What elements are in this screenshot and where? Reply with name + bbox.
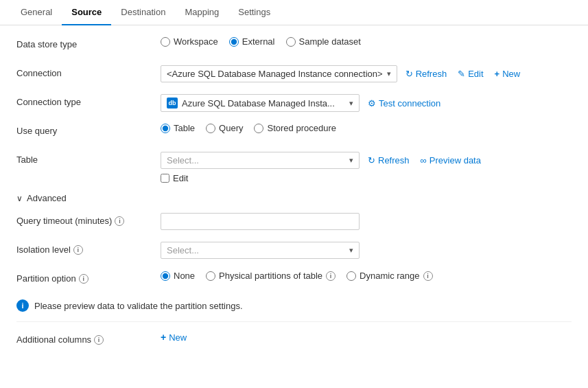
table-refresh-icon	[368, 155, 375, 166]
use-query-row: Use query Table Query Stored procedure	[16, 123, 572, 142]
dynamic-range-radio-input[interactable]	[346, 271, 356, 281]
workspace-radio[interactable]: Workspace	[161, 36, 218, 47]
test-connection-icon	[368, 98, 376, 109]
dynamic-range-info-icon: i	[423, 271, 433, 281]
advanced-chevron-icon: ∨	[16, 194, 23, 203]
none-radio[interactable]: None	[161, 271, 195, 281]
workspace-radio-input[interactable]	[161, 37, 170, 47]
sample-dataset-label: Sample dataset	[299, 36, 361, 47]
tab-source[interactable]: Source	[62, 0, 111, 25]
additional-columns-new-label: New	[169, 332, 187, 343]
additional-columns-control: + New	[161, 332, 572, 343]
external-radio[interactable]: External	[229, 36, 275, 47]
isolation-level-chevron-icon	[349, 246, 353, 255]
tab-general[interactable]: General	[11, 0, 62, 25]
connection-type-control: db Azure SQL Database Managed Insta... T…	[161, 94, 572, 112]
query-timeout-control	[161, 213, 572, 230]
table-refresh-button[interactable]: Refresh	[365, 154, 412, 167]
tab-mapping[interactable]: Mapping	[175, 0, 228, 25]
physical-partitions-info-icon: i	[326, 271, 336, 281]
connection-dropdown[interactable]: <Azure SQL Database Managed Instance con…	[161, 65, 397, 82]
dynamic-range-radio[interactable]: Dynamic range i	[346, 271, 432, 281]
none-radio-input[interactable]	[161, 271, 170, 281]
connection-type-icon: db	[167, 98, 178, 109]
isolation-level-label: Isolation level i	[16, 242, 161, 255]
connection-edit-button[interactable]: Edit	[455, 67, 486, 80]
connection-type-label: Connection type	[16, 94, 161, 107]
sample-dataset-radio-input[interactable]	[286, 37, 296, 47]
query-radio-input[interactable]	[206, 124, 215, 133]
isolation-level-placeholder: Select...	[167, 245, 199, 255]
connection-type-value: Azure SQL Database Managed Insta...	[182, 98, 335, 109]
table-dropdown[interactable]: Select...	[161, 152, 360, 169]
connection-edit-label: Edit	[468, 69, 483, 79]
partition-option-label: Partition option i	[16, 271, 161, 284]
table-row: Table Select... Refresh Preview data Edi	[16, 152, 572, 183]
stored-procedure-radio[interactable]: Stored procedure	[254, 123, 336, 133]
additional-columns-new-button[interactable]: + New	[161, 332, 187, 343]
info-circle-icon: i	[16, 299, 29, 312]
connection-chevron-icon	[387, 69, 391, 78]
external-radio-input[interactable]	[229, 37, 239, 47]
external-label: External	[242, 36, 275, 47]
plus-icon	[495, 69, 500, 79]
isolation-level-row: Isolation level i Select...	[16, 242, 572, 261]
connection-new-label: New	[502, 69, 520, 79]
plus-new-icon: +	[161, 332, 166, 343]
sample-dataset-radio[interactable]: Sample dataset	[286, 36, 361, 47]
use-query-control: Table Query Stored procedure	[161, 123, 572, 133]
connection-type-row: Connection type db Azure SQL Database Ma…	[16, 94, 572, 113]
advanced-toggle[interactable]: ∨ Advanced	[16, 193, 572, 203]
test-connection-button[interactable]: Test connection	[365, 97, 443, 110]
connection-new-button[interactable]: New	[492, 67, 524, 80]
connection-row: Connection <Azure SQL Database Managed I…	[16, 65, 572, 84]
table-refresh-label: Refresh	[378, 155, 410, 166]
data-store-type-row: Data store type Workspace External Sampl…	[16, 36, 572, 56]
connection-type-chevron-icon	[349, 99, 353, 108]
data-store-type-control: Workspace External Sample dataset	[161, 36, 572, 47]
tab-settings[interactable]: Settings	[228, 0, 280, 25]
preview-data-button[interactable]: Preview data	[418, 154, 484, 167]
partition-option-row: Partition option i None Physical partiti…	[16, 271, 572, 290]
query-timeout-row: Query timeout (minutes) i	[16, 213, 572, 232]
connection-refresh-button[interactable]: Refresh	[403, 67, 450, 80]
table-radio[interactable]: Table	[161, 123, 195, 133]
table-placeholder: Select...	[167, 155, 199, 166]
table-label: Table	[174, 123, 195, 133]
preview-icon	[421, 155, 427, 166]
tab-destination[interactable]: Destination	[111, 0, 175, 25]
refresh-icon	[405, 69, 413, 79]
table-edit-checkbox[interactable]: Edit	[161, 173, 188, 183]
partition-option-radio-group: None Physical partitions of table i Dyna…	[161, 271, 433, 281]
partition-option-info-icon: i	[79, 274, 89, 284]
dynamic-range-label: Dynamic range	[360, 271, 419, 281]
edit-icon	[458, 69, 465, 79]
use-query-radio-group: Table Query Stored procedure	[161, 123, 336, 133]
connection-value: <Azure SQL Database Managed Instance con…	[167, 69, 383, 79]
main-content: Data store type Workspace External Sampl…	[0, 25, 588, 372]
workspace-label: Workspace	[174, 36, 218, 47]
connection-type-dropdown[interactable]: db Azure SQL Database Managed Insta...	[161, 94, 360, 112]
info-banner-text: Please preview data to validate the part…	[34, 301, 243, 311]
query-timeout-label: Query timeout (minutes) i	[16, 213, 161, 226]
isolation-level-dropdown[interactable]: Select...	[161, 242, 360, 259]
query-timeout-input[interactable]	[161, 213, 360, 230]
partition-option-control: None Physical partitions of table i Dyna…	[161, 271, 572, 281]
isolation-level-info-icon: i	[73, 245, 83, 255]
physical-partitions-radio[interactable]: Physical partitions of table i	[206, 271, 336, 281]
query-radio[interactable]: Query	[206, 123, 243, 133]
table-edit-checkbox-input[interactable]	[161, 174, 169, 183]
table-label: Table	[16, 152, 161, 165]
additional-columns-row: Additional columns i + New	[16, 332, 572, 351]
use-query-label: Use query	[16, 123, 161, 136]
table-control: Select... Refresh Preview data Edit	[161, 152, 572, 183]
query-label: Query	[219, 123, 243, 133]
test-connection-label: Test connection	[379, 98, 440, 109]
physical-partitions-label: Physical partitions of table	[219, 271, 322, 281]
table-radio-input[interactable]	[161, 124, 170, 133]
info-banner: i Please preview data to validate the pa…	[16, 299, 572, 312]
stored-procedure-radio-input[interactable]	[254, 124, 263, 133]
table-edit-label: Edit	[173, 173, 188, 183]
physical-partitions-radio-input[interactable]	[206, 271, 215, 281]
stored-procedure-label: Stored procedure	[267, 123, 336, 133]
